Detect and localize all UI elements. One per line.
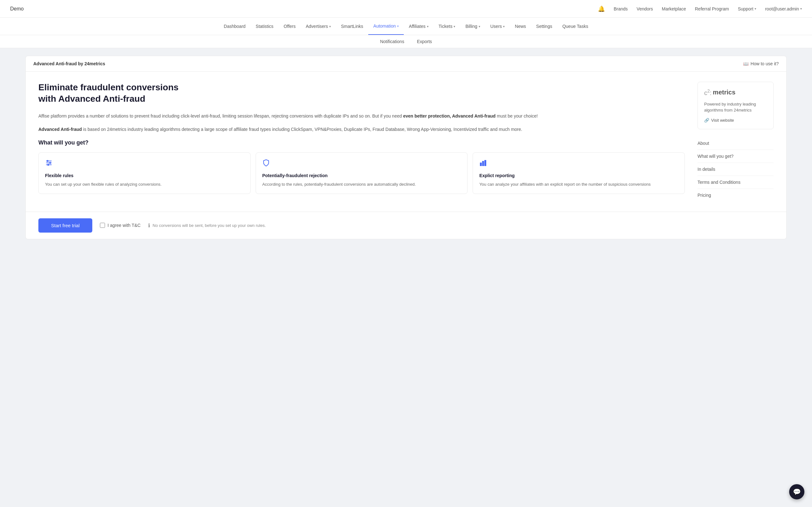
sidebar-nav-terms[interactable]: Terms and Conditions (698, 176, 774, 189)
card-footer: Start free trial I agree with T&C ℹ No c… (26, 212, 786, 239)
sidebar-nav: About What will you get? In details Term… (698, 137, 774, 202)
nav-statistics[interactable]: Statistics (251, 18, 278, 35)
logo-metrics-text: metrics (713, 89, 735, 96)
chevron-down-icon: ▾ (478, 25, 480, 28)
top-bar-left: Demo (10, 6, 24, 12)
nav-smartlinks[interactable]: SmartLinks (336, 18, 368, 35)
feature-desc-1: You can set up your own flexible rules o… (45, 181, 244, 187)
book-icon: 📖 (743, 61, 749, 66)
card-sidebar: c2:metrics Powered by industry leading a… (698, 82, 774, 202)
main-card: Advanced Anti-fraud by 24metrics 📖 How t… (26, 56, 786, 239)
chevron-down-icon: ▾ (329, 25, 331, 28)
sliders-icon (45, 159, 244, 169)
visit-website-link[interactable]: 🔗 Visit website (704, 118, 767, 123)
nav-billing[interactable]: Billing ▾ (460, 18, 485, 35)
svg-rect-7 (483, 161, 484, 166)
sub-nav: Notifications Exports (0, 35, 812, 48)
nav-queue-tasks[interactable]: Queue Tasks (557, 18, 593, 35)
nav-affiliates[interactable]: Affiliates ▾ (404, 18, 434, 35)
feature-card-flexible-rules: Flexible rules You can set up your own f… (38, 153, 251, 194)
user-menu[interactable]: root@user.admin ▾ (765, 6, 802, 11)
card-header: Advanced Anti-fraud by 24metrics 📖 How t… (26, 56, 786, 72)
chevron-down-icon: ▾ (800, 7, 802, 10)
chevron-down-icon: ▾ (397, 24, 399, 28)
feature-card-reporting: Explict reporting You can analyze your a… (473, 153, 685, 194)
card-header-title: Advanced Anti-fraud by 24metrics (33, 61, 105, 66)
svg-point-4 (49, 162, 51, 164)
top-nav-marketplace[interactable]: Marketplace (662, 6, 686, 11)
logo-box: c2:metrics Powered by industry leading a… (698, 82, 774, 129)
top-bar-right: 🔔 Brands Vendors Marketplace Referral Pr… (598, 5, 802, 12)
svg-point-3 (47, 160, 48, 162)
main-nav: Dashboard Statistics Offers Advertisers … (0, 18, 812, 35)
top-nav-support[interactable]: Support ▾ (738, 6, 756, 11)
nav-offers[interactable]: Offers (278, 18, 301, 35)
nav-advertisers[interactable]: Advertisers ▾ (301, 18, 336, 35)
link-icon: 🔗 (704, 118, 709, 123)
top-nav-vendors[interactable]: Vendors (637, 6, 653, 11)
intro-paragraph-1: Affise platform provides a number of sol… (38, 112, 685, 119)
feature-title-1: Flexible rules (45, 173, 244, 178)
chevron-down-icon: ▾ (427, 25, 428, 28)
nav-settings[interactable]: Settings (531, 18, 557, 35)
feature-card-fraud-rejection: Potentially-fraudulent rejection Accordi… (256, 153, 468, 194)
top-bar: Demo 🔔 Brands Vendors Marketplace Referr… (0, 0, 812, 18)
card-body: Eliminate fraudulent conversions with Ad… (26, 72, 786, 212)
sidebar-nav-what-get[interactable]: What will you get? (698, 150, 774, 163)
page-content: Advanced Anti-fraud by 24metrics 📖 How t… (0, 48, 812, 247)
logo-c2-text: c2: (704, 89, 711, 97)
main-heading: Eliminate fraudulent conversions with Ad… (38, 82, 685, 105)
top-nav-referral[interactable]: Referral Program (695, 6, 729, 11)
start-trial-button[interactable]: Start free trial (38, 218, 92, 233)
sub-nav-exports[interactable]: Exports (410, 35, 438, 48)
chart-bar-icon (479, 159, 678, 169)
feature-title-2: Potentially-fraudulent rejection (262, 173, 461, 178)
bell-icon[interactable]: 🔔 (598, 5, 605, 12)
agree-checkbox-label[interactable]: I agree with T&C (100, 223, 141, 228)
nav-automation[interactable]: Automation ▾ (368, 18, 404, 35)
shield-icon (262, 159, 461, 169)
intro-paragraph-2: Advanced Anti-fraud is based on 24metric… (38, 126, 685, 133)
chevron-down-icon: ▾ (503, 25, 505, 28)
chevron-down-icon: ▾ (454, 25, 455, 28)
feature-desc-2: According to the rules, potentially-frau… (262, 181, 461, 187)
how-to-link[interactable]: 📖 How to use it? (743, 61, 779, 66)
sidebar-nav-in-details[interactable]: In details (698, 163, 774, 176)
sidebar-nav-about[interactable]: About (698, 137, 774, 150)
info-icon: ℹ (148, 222, 150, 228)
feature-cards: Flexible rules You can set up your own f… (38, 153, 685, 194)
24metrics-logo: c2:metrics (704, 89, 767, 97)
info-note: ℹ No conversions will be sent, before yo… (148, 222, 266, 228)
nav-users[interactable]: Users ▾ (485, 18, 510, 35)
agree-checkbox-input[interactable] (100, 223, 105, 228)
card-main: Eliminate fraudulent conversions with Ad… (38, 82, 685, 202)
nav-tickets[interactable]: Tickets ▾ (434, 18, 461, 35)
sidebar-nav-pricing[interactable]: Pricing (698, 189, 774, 202)
svg-point-5 (48, 164, 49, 165)
what-you-get-title: What will you get? (38, 139, 685, 146)
feature-title-3: Explict reporting (479, 173, 678, 178)
app-title: Demo (10, 6, 24, 12)
feature-desc-3: You can analyze your affiliates with an … (479, 181, 678, 187)
top-nav-brands[interactable]: Brands (614, 6, 628, 11)
chevron-down-icon: ▾ (755, 7, 756, 10)
sub-nav-notifications[interactable]: Notifications (374, 35, 410, 48)
svg-rect-8 (485, 160, 486, 166)
nav-dashboard[interactable]: Dashboard (219, 18, 251, 35)
nav-news[interactable]: News (510, 18, 531, 35)
svg-rect-6 (480, 163, 481, 166)
powered-text: Powered by industry leading algorithms f… (704, 101, 767, 113)
